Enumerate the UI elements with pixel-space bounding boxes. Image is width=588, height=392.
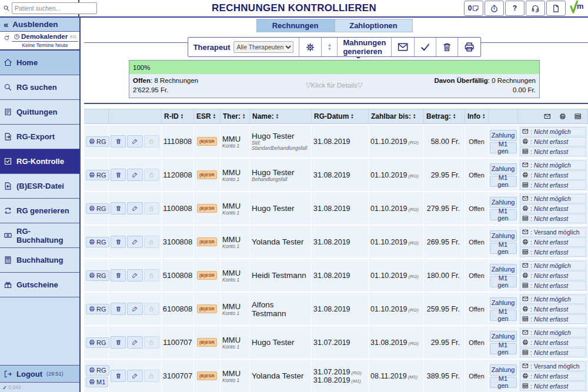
delete-row-button[interactable]	[111, 202, 126, 215]
delete-button[interactable]	[442, 42, 452, 52]
delete-row-button[interactable]	[111, 336, 126, 349]
edit-row-button[interactable]	[127, 370, 142, 382]
edit-row-button[interactable]	[127, 202, 142, 215]
delete-row-button[interactable]	[111, 303, 126, 315]
m1-gen-button[interactable]: M1 gen	[490, 377, 517, 388]
zahlung-button[interactable]: Zahlung	[490, 297, 517, 309]
print-cell: RGM1	[84, 360, 109, 392]
edit-row-button[interactable]	[127, 236, 142, 248]
edit-row-button[interactable]	[127, 303, 142, 315]
edit-row-button[interactable]	[127, 135, 142, 148]
edit-row-button[interactable]	[127, 269, 142, 282]
logout-button[interactable]: Logout (29:51)	[0, 365, 79, 383]
print-rg-button[interactable]: RG	[86, 304, 109, 314]
document-button[interactable]	[546, 1, 566, 16]
column-header-esr[interactable]: ESR▲▼	[194, 109, 220, 123]
confirm-button[interactable]	[420, 42, 430, 52]
sort-icon[interactable]: ▲▼	[242, 113, 245, 119]
column-header-name[interactable]: Name:▲▼	[250, 109, 312, 123]
print-rg-button[interactable]: RG	[86, 270, 109, 281]
sidebar-item-rg-generieren[interactable]: RG generieren	[0, 199, 79, 223]
delete-row-button[interactable]	[111, 269, 126, 282]
zahlung-button[interactable]: Zahlung	[490, 331, 517, 342]
m1-gen-button[interactable]: M1 gen	[490, 343, 517, 354]
delete-row-button[interactable]	[111, 169, 126, 181]
therapeut-code: MMU	[222, 302, 240, 311]
reorder-button[interactable]: ▲▼	[327, 43, 332, 51]
print-rg-button[interactable]: RG	[86, 237, 109, 247]
m1-gen-button[interactable]: M1 gen	[490, 209, 517, 220]
zahlung-button[interactable]: Zahlung	[490, 264, 517, 275]
sidebar-item-quittungen[interactable]: Quittungen	[0, 100, 79, 125]
column-header-zahlbarbis[interactable]: Zahlbar bis:▲▼	[369, 109, 424, 123]
delete-row-button[interactable]	[111, 370, 126, 382]
tab-zahloptionen[interactable]: Zahloptionen	[335, 19, 413, 32]
column-header-betrag[interactable]: Betrag:▲▼	[424, 109, 465, 123]
status-cell: :Nicht möglich:Nicht erfasst:Nicht erfas…	[518, 259, 588, 292]
zahlung-button[interactable]: Zahlung	[490, 163, 517, 175]
delete-row-button[interactable]	[111, 135, 126, 148]
settings-button[interactable]	[305, 42, 316, 53]
edit-row-button[interactable]	[127, 336, 142, 349]
tab-rechnungen[interactable]: Rechnungen	[256, 19, 335, 32]
timer-button[interactable]	[485, 1, 504, 16]
esr-badge[interactable]: (B)ESR	[197, 338, 217, 347]
m1-gen-button[interactable]: M1 gen	[490, 276, 517, 287]
notes-button[interactable]: 0	[464, 1, 483, 16]
column-header-rid[interactable]: R-ID▲▼	[162, 109, 194, 123]
zahlung-button[interactable]: Zahlung	[490, 230, 517, 242]
sidebar-item-rg-export[interactable]: RG-Export	[0, 125, 79, 149]
column-header-info[interactable]: Info▲▼	[465, 109, 489, 123]
esr-badge[interactable]: (B)ESR	[197, 237, 217, 246]
esr-badge[interactable]: (B)ESR	[197, 304, 217, 313]
details-toggle[interactable]: ▽Klick für Details▽	[267, 76, 401, 95]
m1-gen-button[interactable]: M1 gen	[490, 142, 517, 153]
date-line: 01.10.2019(RG)	[370, 205, 419, 213]
zahlung-button[interactable]: Zahlung	[490, 364, 517, 376]
help-button[interactable]: ?	[505, 1, 524, 16]
sort-icon[interactable]: ▲▼	[453, 113, 456, 119]
sidebar-item-rg-buchhaltung[interactable]: RG-Buchhaltung	[0, 223, 79, 248]
send-mail-button[interactable]	[397, 41, 409, 53]
sort-icon[interactable]: ▲▼	[350, 113, 353, 119]
sidebar-item-buchhaltung[interactable]: Buchhaltung	[0, 248, 79, 273]
sort-icon[interactable]: ▲▼	[276, 113, 279, 119]
print-rg-button[interactable]: RG	[86, 136, 109, 147]
m1-gen-button[interactable]: M1 gen	[490, 176, 517, 187]
patient-search-input[interactable]	[12, 2, 97, 14]
therapeut-select[interactable]: Alle Therapeuten	[233, 41, 293, 53]
esr-badge[interactable]: (B)ESR	[197, 271, 217, 280]
calendar-link[interactable]: Demokalender KG	[12, 33, 78, 40]
edit-row-button[interactable]	[127, 169, 142, 181]
sort-icon[interactable]: ▲▼	[482, 113, 485, 119]
print-rg-button[interactable]: RG	[86, 337, 109, 348]
m1-gen-button[interactable]: M1 gen	[490, 310, 517, 321]
delete-row-button[interactable]	[111, 236, 126, 248]
print-rg-button[interactable]: RG	[86, 365, 109, 376]
sidebar-item--b-esr-datei[interactable]: (B)ESR-Datei	[0, 174, 79, 199]
zahlung-button[interactable]: Zahlung	[490, 197, 517, 208]
refresh-button[interactable]	[1, 33, 12, 49]
m1-gen-button[interactable]: M1 gen	[490, 243, 517, 254]
esr-badge[interactable]: (B)ESR	[197, 371, 217, 380]
column-header-ther[interactable]: Ther:▲▼	[220, 109, 250, 123]
support-button[interactable]	[526, 1, 545, 16]
collapse-sidebar-button[interactable]: « Ausblenden	[0, 18, 79, 32]
sort-icon[interactable]: ▲▼	[181, 113, 183, 119]
sidebar-item-home[interactable]: Home	[0, 51, 79, 75]
zahlung-button[interactable]: Zahlung	[490, 130, 517, 141]
mailbox-icon	[522, 383, 529, 389]
sidebar-item-rg-kontrolle[interactable]: RG-Kontrolle	[0, 149, 79, 174]
esr-badge[interactable]: (B)ESR	[197, 137, 217, 146]
column-header-rgdatum[interactable]: RG-Datum▲▼	[312, 109, 369, 123]
print-button[interactable]	[463, 41, 475, 53]
esr-badge[interactable]: (B)ESR	[197, 170, 217, 179]
sidebar-item-gutscheine[interactable]: Gutscheine	[0, 273, 79, 297]
esr-badge[interactable]: (B)ESR	[197, 204, 217, 213]
print-rg-button[interactable]: RG	[86, 170, 109, 180]
sort-icon[interactable]: ▲▼	[213, 113, 216, 119]
print-rg-button[interactable]: RG	[86, 203, 109, 214]
print-m1-button[interactable]: M1	[86, 377, 108, 387]
sort-icon[interactable]: ▲▼	[413, 113, 416, 119]
sidebar-item-rg-suchen[interactable]: RG suchen	[0, 75, 79, 100]
